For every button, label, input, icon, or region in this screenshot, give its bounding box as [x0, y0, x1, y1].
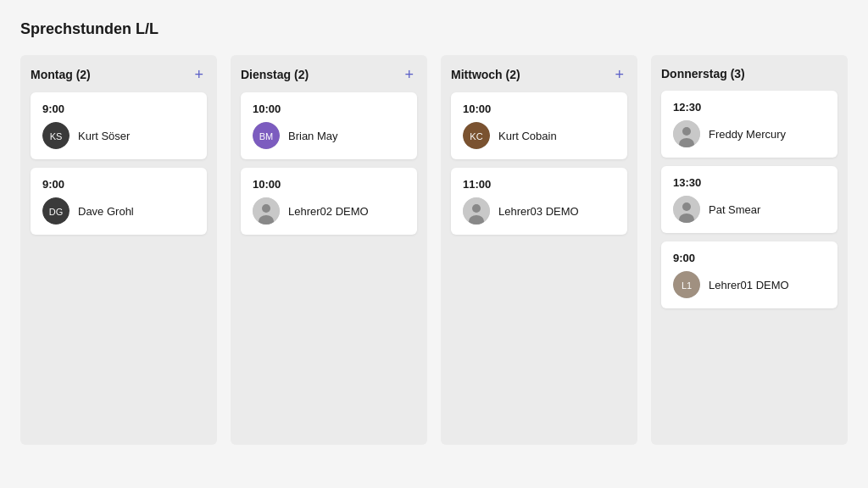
appointment-card[interactable]: 12:30 Freddy Mercury [661, 91, 837, 158]
card-time: 9:00 [42, 178, 195, 191]
add-card-button-mittwoch[interactable]: + [611, 67, 627, 82]
card-time: 9:00 [42, 103, 195, 115]
appointment-card[interactable]: 9:00 L1 Lehrer01 DEMO [661, 241, 837, 308]
avatar [673, 196, 700, 223]
column-dienstag: Dienstag (2)+10:00 BM Brian May10:00 Leh… [231, 55, 427, 445]
column-title-donnerstag: Donnerstag (3) [661, 67, 745, 80]
column-header-dienstag: Dienstag (2)+ [241, 67, 417, 82]
column-title-dienstag: Dienstag (2) [241, 68, 309, 81]
appointment-card[interactable]: 11:00 Lehrer03 DEMO [451, 168, 627, 235]
person-name: Pat Smear [709, 203, 760, 216]
column-header-mittwoch: Mittwoch (2)+ [451, 67, 627, 82]
avatar: KS [42, 122, 70, 149]
card-person: DG Dave Grohl [42, 197, 195, 225]
card-person: Lehrer03 DEMO [463, 197, 615, 225]
card-time: 10:00 [253, 103, 405, 115]
appointment-card[interactable]: 10:00 Lehrer02 DEMO [241, 168, 417, 235]
column-header-donnerstag: Donnerstag (3) [661, 67, 837, 80]
avatar: KC [463, 122, 490, 149]
card-person: L1 Lehrer01 DEMO [673, 271, 826, 298]
avatar: BM [253, 122, 280, 149]
avatar: DG [42, 197, 70, 225]
person-name: Brian May [288, 130, 338, 142]
avatar [673, 120, 700, 147]
column-mittwoch: Mittwoch (2)+10:00 KC Kurt Cobain11:00 L… [441, 55, 637, 445]
column-donnerstag: Donnerstag (3)12:30 Freddy Mercury13:30 … [651, 55, 848, 445]
avatar [253, 197, 280, 225]
appointment-card[interactable]: 9:00 KS Kurt Söser [31, 92, 207, 159]
card-person: KS Kurt Söser [42, 122, 195, 149]
column-header-montag: Montag (2)+ [31, 67, 207, 82]
appointment-card[interactable]: 9:00 DG Dave Grohl [31, 168, 207, 235]
kanban-board: Montag (2)+9:00 KS Kurt Söser9:00 DG Dav… [20, 55, 848, 445]
person-name: Dave Grohl [78, 205, 134, 218]
card-person: Pat Smear [673, 196, 826, 223]
column-title-mittwoch: Mittwoch (2) [451, 68, 520, 81]
svg-point-7 [262, 204, 270, 213]
card-time: 10:00 [463, 103, 615, 115]
appointment-card[interactable]: 13:30 Pat Smear [661, 166, 837, 233]
person-name: Lehrer03 DEMO [498, 205, 579, 218]
avatar: L1 [673, 271, 700, 298]
card-time: 13:30 [673, 176, 826, 189]
svg-text:DG: DG [49, 207, 64, 217]
card-time: 9:00 [673, 252, 826, 264]
page-title: Sprechstunden L/L [20, 20, 848, 38]
avatar [463, 197, 490, 225]
add-card-button-dienstag[interactable]: + [401, 67, 417, 82]
card-time: 10:00 [253, 178, 405, 191]
person-name: Kurt Söser [78, 130, 130, 142]
person-name: Lehrer02 DEMO [288, 205, 369, 218]
card-time: 11:00 [463, 178, 615, 191]
column-montag: Montag (2)+9:00 KS Kurt Söser9:00 DG Dav… [20, 55, 217, 445]
person-name: Freddy Mercury [709, 128, 786, 141]
person-name: Kurt Cobain [498, 130, 557, 142]
svg-text:KS: KS [50, 131, 63, 141]
svg-point-18 [682, 202, 691, 211]
svg-point-15 [682, 127, 691, 136]
card-person: Lehrer02 DEMO [253, 197, 405, 225]
card-person: Freddy Mercury [673, 120, 826, 147]
svg-text:KC: KC [470, 131, 482, 141]
card-person: BM Brian May [253, 122, 405, 149]
svg-text:BM: BM [259, 131, 274, 141]
svg-point-12 [472, 204, 481, 213]
svg-text:L1: L1 [682, 280, 692, 291]
person-name: Lehrer01 DEMO [709, 279, 789, 291]
card-time: 12:30 [673, 101, 826, 114]
appointment-card[interactable]: 10:00 BM Brian May [241, 92, 417, 159]
appointment-card[interactable]: 10:00 KC Kurt Cobain [451, 92, 627, 159]
card-person: KC Kurt Cobain [463, 122, 615, 149]
column-title-montag: Montag (2) [31, 68, 91, 81]
add-card-button-montag[interactable]: + [191, 67, 207, 82]
